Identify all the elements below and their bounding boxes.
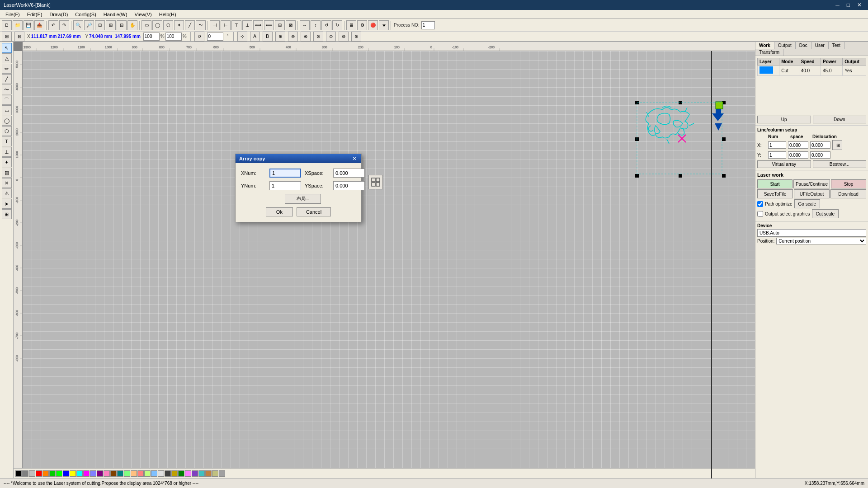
color-orange[interactable] xyxy=(42,470,49,477)
save-button[interactable]: 💾 xyxy=(24,20,33,30)
stop-button[interactable]: Stop xyxy=(831,179,866,188)
color-teal[interactable] xyxy=(117,470,123,477)
color-cyan[interactable] xyxy=(76,470,83,477)
menu-handle[interactable]: Handle(W) xyxy=(100,11,131,18)
node-edit-button[interactable]: ⊹ xyxy=(237,32,247,42)
color-yellow[interactable] xyxy=(70,470,76,477)
align-left-button[interactable]: ⊣ xyxy=(210,20,220,30)
material-button[interactable]: ★ xyxy=(379,20,389,30)
group-button[interactable]: ⊕ xyxy=(275,32,285,42)
process-input[interactable] xyxy=(421,21,435,29)
cross-tool[interactable]: ✕ xyxy=(2,178,12,188)
color-violet[interactable] xyxy=(192,470,198,477)
color-magenta[interactable] xyxy=(83,470,90,477)
layout-button[interactable]: 布局... xyxy=(285,194,321,204)
circle-button[interactable]: ◯ xyxy=(152,20,162,30)
yspace-input[interactable] xyxy=(333,181,365,190)
x-num-input[interactable] xyxy=(768,141,786,149)
color-sky-blue[interactable] xyxy=(151,470,157,477)
canvas-content[interactable] xyxy=(23,51,755,479)
rotation-input[interactable] xyxy=(207,33,223,41)
color-red[interactable] xyxy=(36,470,42,477)
download-button[interactable]: Download xyxy=(830,189,866,198)
color-yellow-green[interactable] xyxy=(144,470,151,477)
x-space-input[interactable] xyxy=(788,141,808,149)
rect-tool[interactable]: ▭ xyxy=(2,105,12,115)
color-purple[interactable] xyxy=(97,470,103,477)
mirror-v-button[interactable]: ↕ xyxy=(311,20,321,30)
star-tool[interactable]: ✦ xyxy=(2,157,12,167)
line-button[interactable]: ╱ xyxy=(185,20,195,30)
zoom-select-button[interactable]: ⊟ xyxy=(117,20,127,30)
text-button[interactable]: A xyxy=(250,32,260,42)
menu-edit[interactable]: Edit(E) xyxy=(24,11,46,18)
lcs-grid-btn[interactable]: ⊞ xyxy=(832,140,842,150)
distribute-h-button[interactable]: ⊟ xyxy=(275,20,285,30)
position-select[interactable]: Current position xyxy=(776,238,866,244)
color-khaki[interactable] xyxy=(212,470,218,477)
bestrew-btn[interactable]: Bestrew... xyxy=(813,160,867,168)
subtract-button[interactable]: ⊙ xyxy=(326,32,336,42)
color-medium-gray[interactable] xyxy=(219,470,225,477)
tab-test[interactable]: Test xyxy=(829,42,844,49)
color-light-pink[interactable] xyxy=(185,470,191,477)
save-to-file-button[interactable]: SaveToFile xyxy=(757,189,793,198)
config-button[interactable]: ⚙ xyxy=(357,20,367,30)
menu-file[interactable]: File(F) xyxy=(2,11,24,18)
ok-button[interactable]: Ok xyxy=(266,207,293,216)
rotate-ccw-button[interactable]: ↺ xyxy=(321,20,331,30)
node-tool[interactable]: △ xyxy=(2,53,12,63)
color-pink[interactable] xyxy=(104,470,110,477)
color-light-green[interactable] xyxy=(124,470,130,477)
pen-tool[interactable]: ✏ xyxy=(2,64,12,74)
select-tool[interactable]: ↖ xyxy=(2,43,12,53)
down-button[interactable]: Down xyxy=(813,116,867,123)
arrow-tool[interactable]: ➤ xyxy=(2,199,12,209)
y-disloc-input[interactable] xyxy=(810,151,830,159)
circle-tool[interactable]: ◯ xyxy=(2,116,12,126)
bmp-button[interactable]: B xyxy=(263,32,273,42)
grid-tool[interactable]: ⊞ xyxy=(2,209,12,219)
zoom-fit-button[interactable]: ⊞ xyxy=(106,20,116,30)
ynum-input[interactable] xyxy=(269,181,301,190)
color-dark-green[interactable] xyxy=(178,470,184,477)
color-purple-light[interactable] xyxy=(90,470,96,477)
align-hcenter-button[interactable]: ⟺ xyxy=(253,20,263,30)
color-gold[interactable] xyxy=(171,470,178,477)
tab-user[interactable]: User xyxy=(811,42,829,49)
new-button[interactable]: 🗋 xyxy=(2,20,12,30)
open-button[interactable]: 📁 xyxy=(13,20,23,30)
color-tan[interactable] xyxy=(205,470,212,477)
menu-draw[interactable]: Draw(D) xyxy=(46,11,71,18)
ufile-output-button[interactable]: UFileOutput xyxy=(794,189,830,198)
color-brown[interactable] xyxy=(110,470,117,477)
zoom-actual-button[interactable]: ⊡ xyxy=(95,20,105,30)
rotate-input-btn[interactable]: ↺ xyxy=(194,32,204,42)
up-button[interactable]: Up xyxy=(757,116,811,123)
line-tool[interactable]: ╱ xyxy=(2,74,12,84)
pause-continue-button[interactable]: Pause/Continue xyxy=(793,179,830,188)
xnum-input[interactable] xyxy=(269,169,301,178)
color-medium-teal[interactable] xyxy=(198,470,205,477)
measure-tool[interactable]: ⊥ xyxy=(2,147,12,157)
rect-button[interactable]: ▭ xyxy=(142,20,151,30)
color-peach[interactable] xyxy=(131,470,137,477)
color-blue[interactable] xyxy=(63,470,69,477)
maximize-button[interactable]: □ xyxy=(844,0,853,10)
redo-button[interactable]: ↷ xyxy=(59,20,69,30)
undo-button[interactable]: ↶ xyxy=(48,20,58,30)
cut-scale-button[interactable]: Cut scale xyxy=(812,209,839,218)
x-disloc-input[interactable] xyxy=(810,141,830,149)
color-dark-gray[interactable] xyxy=(165,470,171,477)
dialog-close-button[interactable]: ✕ xyxy=(351,155,358,162)
cancel-button[interactable]: Cancel xyxy=(297,207,331,216)
menu-help[interactable]: Help(H) xyxy=(156,11,180,18)
align-right-button[interactable]: ⊢ xyxy=(221,20,231,30)
zoom-input-1[interactable] xyxy=(143,33,160,41)
y-num-input[interactable] xyxy=(768,151,786,159)
zoom-out-button[interactable]: 🔎 xyxy=(84,20,94,30)
warning-tool[interactable]: ⚠ xyxy=(2,188,12,198)
ungroup-button[interactable]: ⊖ xyxy=(288,32,298,42)
color-light-gray[interactable] xyxy=(158,470,164,477)
output-select-checkbox[interactable] xyxy=(757,211,763,217)
